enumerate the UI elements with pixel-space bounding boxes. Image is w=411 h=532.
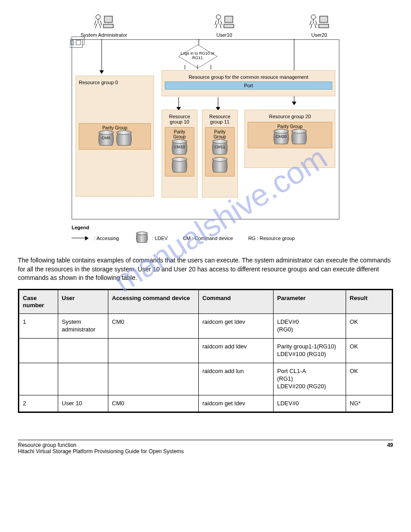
- table-cell: 2: [19, 395, 58, 412]
- cylinder-icon: [212, 159, 227, 172]
- table-row: raidcom add ldevParity group1-1(RG10)LDE…: [19, 339, 393, 363]
- architecture-diagram: System Administrator User10 User: [72, 13, 339, 244]
- actor-label: User20: [311, 32, 327, 38]
- table-cell: [58, 339, 108, 363]
- actor-user20: User20: [308, 13, 330, 38]
- cylinder-icon: CM0: [98, 132, 114, 146]
- footer-doc-title: Hitachi Virtual Storage Platform Provisi…: [18, 448, 184, 455]
- access-table: Case number User Accessing command devic…: [18, 289, 393, 413]
- cylinder-icon: [172, 159, 187, 172]
- table-cell: CM0: [108, 395, 199, 412]
- svg-rect-8: [319, 24, 329, 28]
- svg-marker-20: [292, 102, 296, 105]
- page-footer: Resource group function Hitachi Virtual …: [18, 440, 393, 455]
- parity-label: Parity Group: [207, 129, 232, 139]
- cylinder-icon: [116, 132, 132, 146]
- svg-marker-14: [99, 70, 104, 74]
- person-computer-icon: [93, 13, 115, 31]
- table-cell: [108, 363, 199, 395]
- person-computer-icon: [213, 13, 235, 31]
- decision-login: Logs in to RG10 or RG11: [175, 46, 220, 66]
- rg20-parity: Parity Group CM20: [248, 122, 332, 148]
- common-title: Resource group for the common resouce ma…: [165, 74, 332, 80]
- parity-label: Parity Group: [81, 125, 149, 130]
- legend-ldev: : LDEV: [152, 236, 168, 241]
- table-cell: LDEV#0(RG0): [274, 314, 346, 339]
- table-cell: NG*: [346, 395, 393, 412]
- table-cell: Parity group1-1(RG10)LDEV#100 (RG10): [274, 339, 346, 363]
- table-cell: raidcom get ldev: [199, 314, 274, 339]
- rg10-title: Resource group 10: [165, 114, 194, 124]
- page-number: 49: [387, 442, 393, 448]
- table-cell: [19, 339, 58, 363]
- actor-user10: User10: [213, 13, 235, 38]
- table-cell: raidcom add lun: [199, 363, 274, 395]
- table-cell: [58, 363, 108, 395]
- cylinder-icon: CM20: [274, 131, 289, 144]
- table-row: raidcom add lunPort CL1-A(RG1)LDEV#200 (…: [19, 363, 393, 395]
- resource-group-11: Resource group 11 Parity Group CM11: [202, 110, 238, 197]
- table-cell: LDEV#0: [274, 395, 346, 412]
- resource-group-10: Resource group 10 Parity Group CM10: [162, 110, 197, 197]
- intro-paragraph: The following table contains examples of…: [18, 256, 393, 283]
- port-bar: Port: [165, 82, 332, 90]
- rg10-parity: Parity Group CM10: [165, 127, 194, 176]
- person-computer-icon: [308, 13, 330, 31]
- arrow-icon: [72, 236, 90, 240]
- cylinder-icon: CM11: [212, 141, 227, 154]
- table-cell: OK: [346, 339, 393, 363]
- col-cmd-device: Accessing command device: [108, 289, 199, 314]
- svg-point-3: [216, 15, 221, 19]
- table-cell: OK: [346, 314, 393, 339]
- col-case: Case number: [19, 289, 58, 314]
- col-result: Result: [346, 289, 393, 314]
- cylinder-icon: [136, 233, 148, 244]
- legend-row: : Accessing : LDEV CM : Command device R…: [72, 233, 339, 244]
- svg-rect-4: [225, 16, 233, 22]
- footer-section: Resource group function: [18, 442, 184, 448]
- table-cell: User 10: [58, 395, 108, 412]
- actor-label: User10: [216, 32, 232, 38]
- table-cell: Port CL1-A(RG1)LDEV#200 (RG20): [274, 363, 346, 395]
- svg-rect-7: [320, 16, 328, 22]
- cylinder-icon: CM10: [172, 141, 187, 154]
- resource-group-common: Resource group for the common resouce ma…: [162, 70, 335, 96]
- resource-group-0: Resource group 0 Parity Group CM0: [76, 76, 154, 197]
- col-command: Command: [199, 289, 274, 314]
- rg11-title: Resource group 11: [205, 114, 235, 124]
- cylinder-icon: [291, 131, 307, 144]
- table-cell: raidcom add ldev: [199, 339, 274, 363]
- rg0-parity-group: Parity Group CM0: [79, 123, 151, 150]
- rg11-parity: Parity Group CM11: [205, 127, 235, 176]
- legend-rg: RG : Resource group: [248, 236, 295, 241]
- resource-group-20: Resource group 20 Parity Group CM20: [244, 110, 335, 168]
- svg-rect-1: [104, 16, 112, 22]
- parity-label: Parity Group: [250, 124, 330, 129]
- table-cell: raidcom get ldev: [199, 395, 274, 412]
- svg-rect-2: [103, 24, 113, 28]
- legend-accessing: : Accessing: [94, 236, 119, 241]
- table-row: 1System administratorCM0raidcom get ldev…: [19, 314, 393, 339]
- col-parameter: Parameter: [274, 289, 346, 314]
- svg-rect-5: [224, 24, 234, 28]
- rg20-title: Resource group 20: [248, 114, 332, 119]
- table-cell: OK: [346, 363, 393, 395]
- table-cell: [19, 363, 58, 395]
- table-cell: [108, 339, 199, 363]
- parity-label: Parity Group: [167, 129, 192, 139]
- table-cell: System administrator: [58, 314, 108, 339]
- legend-cm: CM : Command device: [183, 236, 233, 241]
- actor-sysadmin: System Administrator: [81, 13, 127, 38]
- rg0-title: Resource group 0: [79, 80, 151, 85]
- svg-point-0: [96, 15, 100, 19]
- legend-title: Legend: [72, 225, 339, 230]
- svg-point-6: [311, 15, 316, 19]
- table-row: 2User 10CM0raidcom get ldevLDEV#0NG*: [19, 395, 393, 412]
- table-cell: CM0: [108, 314, 199, 339]
- storage-system-box: Logs in to RG10 or RG11 Resource group 0…: [72, 39, 339, 219]
- col-user: User: [58, 289, 108, 314]
- table-cell: 1: [19, 314, 58, 339]
